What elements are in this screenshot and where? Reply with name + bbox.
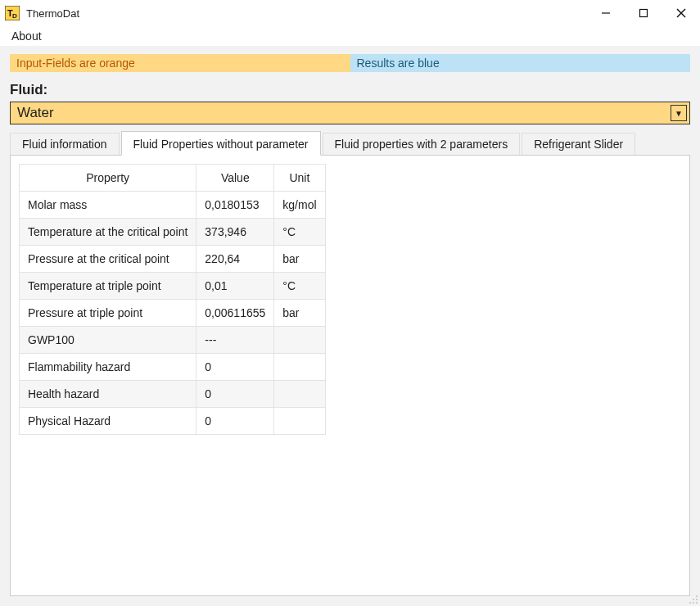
- cell-property: Temperature at the critical point: [20, 219, 196, 246]
- cell-property: GWP100: [20, 327, 196, 354]
- cell-unit: °C: [274, 273, 325, 300]
- cell-property: Flammability hazard: [20, 354, 196, 381]
- tab-panel: Property Value Unit Molar mass0,0180153k…: [10, 155, 690, 596]
- cell-property: Pressure at the critical point: [20, 246, 196, 273]
- cell-value: 220,64: [196, 246, 274, 273]
- cell-property: Physical Hazard: [20, 408, 196, 435]
- fluid-label: Fluid:: [10, 82, 690, 98]
- minimize-button[interactable]: [587, 0, 625, 26]
- table-row: Molar mass0,0180153kg/mol: [20, 192, 326, 219]
- cell-property: Pressure at triple point: [20, 300, 196, 327]
- table-row: Health hazard0: [20, 381, 326, 408]
- table-row: Pressure at triple point0,00611655bar: [20, 300, 326, 327]
- cell-unit: [274, 327, 325, 354]
- col-property: Property: [20, 165, 196, 192]
- titlebar: T D ThermoDat: [0, 0, 700, 26]
- cell-value: 0: [196, 408, 274, 435]
- svg-point-7: [696, 595, 698, 597]
- svg-point-9: [696, 599, 698, 600]
- cell-unit: [274, 408, 325, 435]
- tab-properties-no-parameter[interactable]: Fluid Properties without parameter: [121, 131, 321, 156]
- menu-about[interactable]: About: [7, 28, 47, 44]
- window-controls: [587, 0, 700, 26]
- cell-property: Molar mass: [20, 192, 196, 219]
- close-button[interactable]: [662, 0, 700, 26]
- legend-row: Input-Fields are orange Results are blue: [10, 54, 690, 72]
- app-window: T D ThermoDat About Input-Fields are ora…: [0, 0, 700, 606]
- legend-result: Results are blue: [350, 54, 691, 72]
- tabstrip: Fluid information Fluid Properties witho…: [10, 131, 690, 155]
- tab-fluid-information[interactable]: Fluid information: [10, 133, 120, 155]
- legend-input: Input-Fields are orange: [10, 54, 350, 72]
- cell-value: 0,0180153: [196, 192, 274, 219]
- table-row: Temperature at triple point0,01°C: [20, 273, 326, 300]
- cell-unit: [274, 354, 325, 381]
- cell-unit: [274, 381, 325, 408]
- cell-value: 0: [196, 354, 274, 381]
- menubar: About: [0, 26, 700, 46]
- cell-unit: bar: [274, 300, 325, 327]
- svg-text:D: D: [12, 12, 17, 20]
- table-row: GWP100---: [20, 327, 326, 354]
- cell-value: ---: [196, 327, 274, 354]
- cell-value: 0,01: [196, 273, 274, 300]
- maximize-button[interactable]: [625, 0, 662, 26]
- col-unit: Unit: [274, 165, 325, 192]
- tab-refrigerant-slider[interactable]: Refrigerant Slider: [522, 133, 635, 155]
- client-area: Input-Fields are orange Results are blue…: [0, 46, 700, 606]
- svg-point-11: [693, 602, 694, 604]
- app-title: ThermoDat: [26, 7, 79, 20]
- resize-grip-icon[interactable]: [687, 593, 698, 604]
- tab-properties-2-parameters[interactable]: Fluid properties with 2 parameters: [323, 133, 521, 155]
- svg-rect-4: [640, 10, 648, 17]
- table-header-row: Property Value Unit: [20, 165, 326, 192]
- chevron-down-icon: ▼: [671, 105, 687, 121]
- table-row: Temperature at the critical point373,946…: [20, 219, 326, 246]
- table-row: Flammability hazard0: [20, 354, 326, 381]
- cell-unit: bar: [274, 246, 325, 273]
- svg-point-8: [693, 599, 694, 600]
- cell-unit: °C: [274, 219, 325, 246]
- cell-property: Health hazard: [20, 381, 196, 408]
- cell-value: 0: [196, 381, 274, 408]
- fluid-select[interactable]: Water ▼: [10, 102, 690, 124]
- cell-property: Temperature at triple point: [20, 273, 196, 300]
- properties-table: Property Value Unit Molar mass0,0180153k…: [19, 164, 326, 435]
- svg-point-12: [696, 602, 698, 604]
- fluid-select-value: Water: [17, 105, 54, 121]
- cell-value: 0,00611655: [196, 300, 274, 327]
- app-icon: T D: [5, 6, 20, 20]
- svg-point-10: [689, 602, 691, 604]
- table-row: Physical Hazard0: [20, 408, 326, 435]
- cell-unit: kg/mol: [274, 192, 325, 219]
- col-value: Value: [196, 165, 274, 192]
- cell-value: 373,946: [196, 219, 274, 246]
- table-row: Pressure at the critical point220,64bar: [20, 246, 326, 273]
